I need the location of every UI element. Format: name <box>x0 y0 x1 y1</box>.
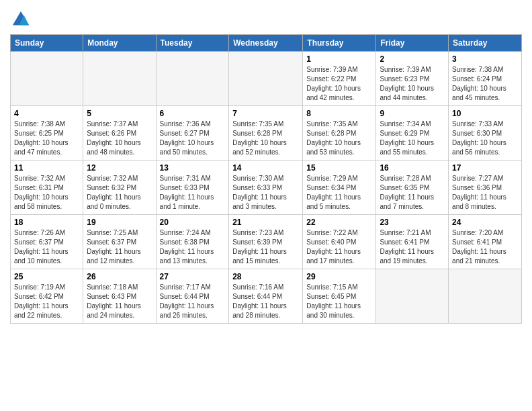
day-info: Sunrise: 7:19 AM Sunset: 6:42 PM Dayligh… <box>14 283 79 320</box>
day-number: 23 <box>380 218 445 227</box>
weekday-header: Sunday <box>11 35 83 52</box>
day-number: 12 <box>87 163 152 173</box>
day-info: Sunrise: 7:36 AM Sunset: 6:27 PM Dayligh… <box>160 120 226 157</box>
day-number: 29 <box>306 272 372 281</box>
day-number: 16 <box>380 163 445 173</box>
calendar-cell: 10Sunrise: 7:33 AM Sunset: 6:30 PM Dayli… <box>449 106 522 161</box>
calendar-cell: 28Sunrise: 7:16 AM Sunset: 6:44 PM Dayli… <box>229 269 303 324</box>
calendar-cell: 4Sunrise: 7:38 AM Sunset: 6:25 PM Daylig… <box>11 106 83 161</box>
day-number: 4 <box>14 109 79 118</box>
calendar-cell: 15Sunrise: 7:29 AM Sunset: 6:34 PM Dayli… <box>303 161 376 215</box>
weekday-header: Tuesday <box>156 35 229 52</box>
calendar-page: SundayMondayTuesdayWednesdayThursdayFrid… <box>0 0 532 411</box>
calendar-cell: 8Sunrise: 7:35 AM Sunset: 6:28 PM Daylig… <box>303 106 376 161</box>
calendar-cell: 18Sunrise: 7:26 AM Sunset: 6:37 PM Dayli… <box>11 215 83 269</box>
calendar-week-row: 18Sunrise: 7:26 AM Sunset: 6:37 PM Dayli… <box>11 215 522 269</box>
calendar-cell <box>229 52 303 106</box>
day-info: Sunrise: 7:25 AM Sunset: 6:37 PM Dayligh… <box>87 228 152 266</box>
day-info: Sunrise: 7:17 AM Sunset: 6:44 PM Dayligh… <box>160 283 226 320</box>
day-number: 24 <box>452 218 518 227</box>
weekday-header: Thursday <box>303 35 376 52</box>
day-number: 13 <box>160 163 226 173</box>
calendar-cell: 7Sunrise: 7:35 AM Sunset: 6:28 PM Daylig… <box>229 106 303 161</box>
day-number: 15 <box>306 163 372 173</box>
day-number: 18 <box>14 218 79 227</box>
calendar-cell: 22Sunrise: 7:22 AM Sunset: 6:40 PM Dayli… <box>303 215 376 269</box>
day-number: 21 <box>232 218 299 227</box>
calendar-cell <box>156 52 229 106</box>
calendar-cell: 20Sunrise: 7:24 AM Sunset: 6:38 PM Dayli… <box>156 215 229 269</box>
day-number: 2 <box>380 54 445 64</box>
day-number: 3 <box>452 54 518 64</box>
day-info: Sunrise: 7:22 AM Sunset: 6:40 PM Dayligh… <box>306 228 372 266</box>
day-info: Sunrise: 7:37 AM Sunset: 6:26 PM Dayligh… <box>87 120 152 157</box>
day-info: Sunrise: 7:30 AM Sunset: 6:33 PM Dayligh… <box>232 174 299 212</box>
calendar-cell: 29Sunrise: 7:15 AM Sunset: 6:45 PM Dayli… <box>303 269 376 324</box>
calendar-week-row: 4Sunrise: 7:38 AM Sunset: 6:25 PM Daylig… <box>11 106 522 161</box>
calendar-week-row: 1Sunrise: 7:39 AM Sunset: 6:22 PM Daylig… <box>11 52 522 106</box>
calendar-cell: 13Sunrise: 7:31 AM Sunset: 6:33 PM Dayli… <box>156 161 229 215</box>
day-info: Sunrise: 7:32 AM Sunset: 6:31 PM Dayligh… <box>14 174 79 212</box>
calendar-cell <box>83 52 156 106</box>
logo-icon <box>11 10 30 29</box>
day-info: Sunrise: 7:20 AM Sunset: 6:41 PM Dayligh… <box>452 228 518 266</box>
calendar-cell: 23Sunrise: 7:21 AM Sunset: 6:41 PM Dayli… <box>376 215 449 269</box>
day-info: Sunrise: 7:31 AM Sunset: 6:33 PM Dayligh… <box>160 174 226 212</box>
day-info: Sunrise: 7:33 AM Sunset: 6:30 PM Dayligh… <box>452 120 518 157</box>
day-number: 20 <box>160 218 226 227</box>
calendar-cell: 25Sunrise: 7:19 AM Sunset: 6:42 PM Dayli… <box>11 269 83 324</box>
calendar-body: 1Sunrise: 7:39 AM Sunset: 6:22 PM Daylig… <box>11 52 522 324</box>
day-info: Sunrise: 7:35 AM Sunset: 6:28 PM Dayligh… <box>306 120 372 157</box>
calendar-cell: 1Sunrise: 7:39 AM Sunset: 6:22 PM Daylig… <box>303 52 376 106</box>
calendar-cell <box>11 52 83 106</box>
calendar-cell: 12Sunrise: 7:32 AM Sunset: 6:32 PM Dayli… <box>83 161 156 215</box>
day-number: 28 <box>232 272 299 281</box>
day-number: 5 <box>87 109 152 118</box>
day-info: Sunrise: 7:32 AM Sunset: 6:32 PM Dayligh… <box>87 174 152 212</box>
calendar-cell: 2Sunrise: 7:39 AM Sunset: 6:23 PM Daylig… <box>376 52 449 106</box>
calendar-cell: 14Sunrise: 7:30 AM Sunset: 6:33 PM Dayli… <box>229 161 303 215</box>
calendar-cell <box>449 269 522 324</box>
calendar-cell: 26Sunrise: 7:18 AM Sunset: 6:43 PM Dayli… <box>83 269 156 324</box>
day-info: Sunrise: 7:18 AM Sunset: 6:43 PM Dayligh… <box>87 283 152 320</box>
day-number: 10 <box>452 109 518 118</box>
day-number: 9 <box>380 109 445 118</box>
calendar-cell: 21Sunrise: 7:23 AM Sunset: 6:39 PM Dayli… <box>229 215 303 269</box>
calendar-week-row: 25Sunrise: 7:19 AM Sunset: 6:42 PM Dayli… <box>11 269 522 324</box>
day-number: 8 <box>306 109 372 118</box>
day-info: Sunrise: 7:34 AM Sunset: 6:29 PM Dayligh… <box>380 120 445 157</box>
weekday-header: Saturday <box>449 35 522 52</box>
calendar-cell: 19Sunrise: 7:25 AM Sunset: 6:37 PM Dayli… <box>83 215 156 269</box>
calendar-cell: 11Sunrise: 7:32 AM Sunset: 6:31 PM Dayli… <box>11 161 83 215</box>
logo <box>10 10 30 29</box>
day-number: 7 <box>232 109 299 118</box>
calendar-cell: 24Sunrise: 7:20 AM Sunset: 6:41 PM Dayli… <box>449 215 522 269</box>
calendar-cell: 16Sunrise: 7:28 AM Sunset: 6:35 PM Dayli… <box>376 161 449 215</box>
day-info: Sunrise: 7:16 AM Sunset: 6:44 PM Dayligh… <box>232 283 299 320</box>
day-number: 11 <box>14 163 79 173</box>
calendar-cell: 6Sunrise: 7:36 AM Sunset: 6:27 PM Daylig… <box>156 106 229 161</box>
day-info: Sunrise: 7:27 AM Sunset: 6:36 PM Dayligh… <box>452 174 518 212</box>
calendar-table: SundayMondayTuesdayWednesdayThursdayFrid… <box>10 34 522 324</box>
day-info: Sunrise: 7:38 AM Sunset: 6:25 PM Dayligh… <box>14 120 79 157</box>
day-info: Sunrise: 7:35 AM Sunset: 6:28 PM Dayligh… <box>232 120 299 157</box>
day-info: Sunrise: 7:21 AM Sunset: 6:41 PM Dayligh… <box>380 228 445 266</box>
day-number: 22 <box>306 218 372 227</box>
weekday-header: Friday <box>376 35 449 52</box>
day-info: Sunrise: 7:28 AM Sunset: 6:35 PM Dayligh… <box>380 174 445 212</box>
header-row: SundayMondayTuesdayWednesdayThursdayFrid… <box>11 35 522 52</box>
calendar-week-row: 11Sunrise: 7:32 AM Sunset: 6:31 PM Dayli… <box>11 161 522 215</box>
weekday-header: Wednesday <box>229 35 303 52</box>
day-info: Sunrise: 7:23 AM Sunset: 6:39 PM Dayligh… <box>232 228 299 266</box>
day-info: Sunrise: 7:26 AM Sunset: 6:37 PM Dayligh… <box>14 228 79 266</box>
day-number: 6 <box>160 109 226 118</box>
day-number: 17 <box>452 163 518 173</box>
day-number: 26 <box>87 272 152 281</box>
calendar-cell: 5Sunrise: 7:37 AM Sunset: 6:26 PM Daylig… <box>83 106 156 161</box>
day-number: 27 <box>160 272 226 281</box>
day-info: Sunrise: 7:15 AM Sunset: 6:45 PM Dayligh… <box>306 283 372 320</box>
calendar-cell: 3Sunrise: 7:38 AM Sunset: 6:24 PM Daylig… <box>449 52 522 106</box>
calendar-cell: 17Sunrise: 7:27 AM Sunset: 6:36 PM Dayli… <box>449 161 522 215</box>
day-info: Sunrise: 7:38 AM Sunset: 6:24 PM Dayligh… <box>452 65 518 103</box>
day-number: 19 <box>87 218 152 227</box>
